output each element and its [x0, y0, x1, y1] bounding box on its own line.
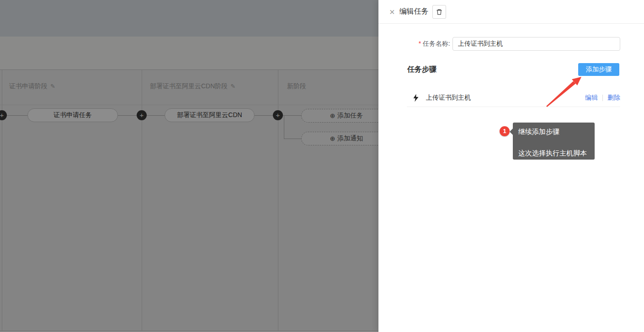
link-divider: [602, 95, 603, 101]
task-steps-heading: 任务步骤: [407, 65, 436, 75]
step-row: 上传证书到主机 编辑 删除: [407, 89, 620, 107]
task-name-label: *任务名称:: [407, 40, 450, 48]
edit-task-drawer: × 编辑任务 *任务名称: 任务步骤 添加步骤 上传证书到主机 编辑: [378, 0, 644, 332]
delete-step-link[interactable]: 删除: [607, 94, 620, 102]
step-badge-1: 1: [500, 126, 510, 136]
edit-step-link[interactable]: 编辑: [585, 94, 598, 102]
delete-task-button[interactable]: [432, 5, 446, 19]
tooltip-line-2: 这次选择执行主机脚本: [518, 149, 589, 157]
annotation-tooltip: 继续添加步骤 这次选择执行主机脚本: [513, 123, 595, 160]
pipeline-editor: 证书申请阶段✎ 部署证书至阿里云CDN阶段✎ 新阶段 证书申请任务 部署证书至阿…: [0, 0, 378, 332]
task-steps-header: 任务步骤 添加步骤: [378, 63, 644, 76]
drawer-mask-overlay[interactable]: [0, 0, 378, 332]
close-icon[interactable]: ×: [389, 7, 395, 16]
drawer-header: × 编辑任务: [378, 0, 644, 24]
task-name-form-row: *任务名称:: [378, 37, 644, 51]
trash-icon: [436, 8, 443, 16]
required-mark: *: [419, 40, 421, 47]
page: 证书申请阶段✎ 部署证书至阿里云CDN阶段✎ 新阶段 证书申请任务 部署证书至阿…: [0, 0, 644, 332]
task-name-label-text: 任务名称:: [423, 40, 450, 47]
task-name-input[interactable]: [452, 37, 620, 51]
step-title: 上传证书到主机: [426, 94, 471, 102]
step-actions: 编辑 删除: [585, 94, 620, 102]
tooltip-line-1: 继续添加步骤: [518, 128, 589, 135]
lightning-icon: [413, 94, 419, 102]
add-step-button[interactable]: 添加步骤: [578, 63, 619, 76]
drawer-title: 编辑任务: [399, 7, 429, 16]
